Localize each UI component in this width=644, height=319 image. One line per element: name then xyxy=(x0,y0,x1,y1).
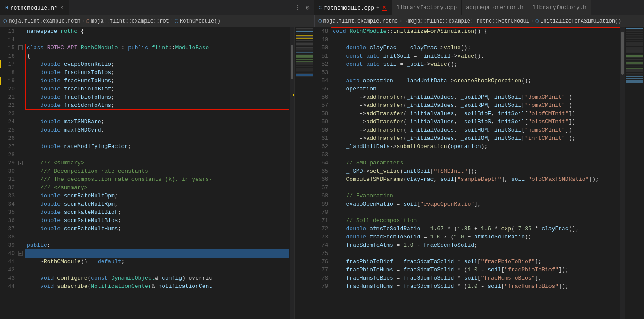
fold-button-40[interactable]: ⌐ xyxy=(18,251,23,256)
tab-label-left: rothcmodule.h* xyxy=(10,5,57,11)
breadcrumb-left: ⬡ moja.flint.example.roth › ⬡ moja::flin… xyxy=(0,15,315,27)
tab-label-aggregator: aggregatorerror.h xyxy=(466,4,523,11)
right-minimap xyxy=(625,27,644,319)
split-editor-button[interactable]: ⋮ xyxy=(293,3,303,12)
settings-button[interactable]: ⚙ xyxy=(304,3,311,12)
bc-ns-left[interactable]: moja.flint.example.roth xyxy=(9,18,80,24)
tab-close-left[interactable]: × xyxy=(61,5,64,10)
tab-libfactory[interactable]: libraryfactory.cpp xyxy=(392,0,462,15)
bc-sep1-left: › xyxy=(82,18,85,24)
right-code-content: void RothCModule::InitializeForASimulati… xyxy=(331,27,620,319)
bc-ns-right[interactable]: moja.flint.example.rothc xyxy=(323,18,398,24)
breadcrumb-right: ⬡ moja.flint.example.rothc › → moja::fli… xyxy=(315,15,644,27)
left-gutter: 13 14 15 16 17 18 19 20 21 22 23 24 25 2… xyxy=(0,27,18,319)
left-code-content: namespace rothc { class ROTHC_API RothCM… xyxy=(25,27,290,319)
bc-fn-right[interactable]: InitializeForASimulation() xyxy=(540,18,621,24)
file-icon-cpp: C xyxy=(319,5,322,10)
right-code-pre: void RothCModule::InitializeForASimulati… xyxy=(331,27,620,290)
tab-libfactory-h[interactable]: libraryfactory.h xyxy=(528,0,591,15)
bc-icon3-right: ⬡ xyxy=(535,19,539,24)
right-scrollbar[interactable] xyxy=(620,27,625,319)
fold-button-29[interactable]: - xyxy=(18,161,23,165)
fold-button-15[interactable]: - xyxy=(18,45,23,50)
tab-close-cpp[interactable]: + xyxy=(376,5,379,10)
left-minimap xyxy=(294,27,314,319)
bc-icon-left: ⬡ xyxy=(3,19,7,24)
bc-sep2-left: › xyxy=(170,18,173,24)
bc-icon-right: ⬡ xyxy=(318,19,322,24)
tab-left-active[interactable]: H rothcmodule.h* × xyxy=(0,0,69,15)
left-code-pre: namespace rothc { class ROTHC_API RothCM… xyxy=(25,27,290,290)
tab-right-cpp[interactable]: C rothcmodule.cpp + × xyxy=(314,0,392,15)
bc-arrow-right: → xyxy=(404,18,407,24)
tab-label-libfactory-h: libraryfactory.h xyxy=(532,4,587,11)
left-scrollbar[interactable] xyxy=(290,27,294,319)
bc-class-right[interactable]: moja::flint::example::rothc::RothCModul xyxy=(408,18,529,24)
file-icon-h: H xyxy=(5,5,8,10)
tab-label-cpp: rothcmodule.cpp xyxy=(324,5,374,11)
bc-icon2-left: ⬡ xyxy=(86,19,90,24)
bc-sep2-right: › xyxy=(531,18,534,24)
tab-aggregator[interactable]: aggregatorerror.h xyxy=(462,0,528,15)
tab-close-cpp-x[interactable]: × xyxy=(382,5,387,11)
bc-class-left[interactable]: moja::flint::example::rot xyxy=(91,18,169,24)
right-gutter: 48 49 50 51 52 53 54 55 56 57 58 59 60 6… xyxy=(314,27,331,319)
bc-fn-left[interactable]: RothCModule() xyxy=(180,18,220,24)
bc-icon3-left: ⬡ xyxy=(175,19,179,24)
tab-label-libfactory: libraryfactory.cpp xyxy=(396,4,457,11)
bc-sep1-right: › xyxy=(399,18,402,24)
